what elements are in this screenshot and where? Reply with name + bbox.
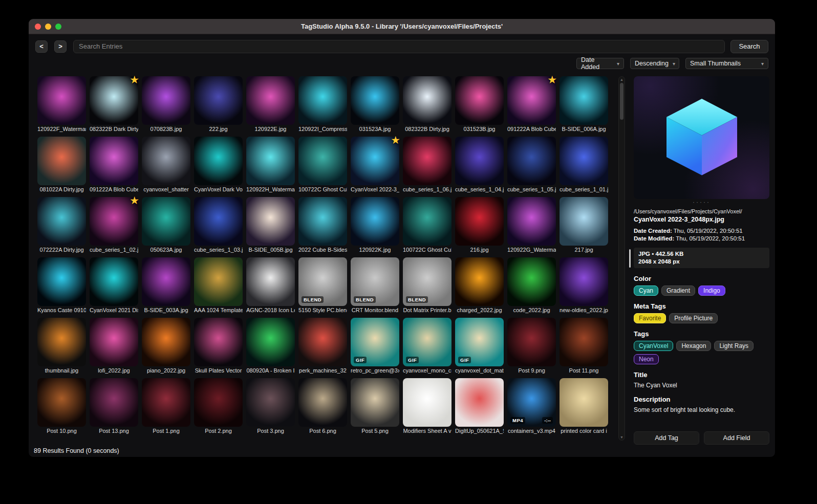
grid-tile[interactable]: Kyanos Caste 0910 [37,257,86,314]
thumbnail-image[interactable] [298,137,347,185]
thumbnail-image[interactable] [455,137,504,185]
grid-tile[interactable]: 217.jpg [560,197,608,254]
grid-tile[interactable]: 050623A.jpg [142,197,190,254]
grid-tile[interactable]: 100722C Ghost Cub [403,197,451,254]
search-input[interactable] [73,40,725,53]
grid-scrollbar[interactable]: ▲ ▼ [618,76,625,441]
thumbnail-image[interactable] [194,76,243,125]
grid-tile[interactable]: 070823B.jpg [142,76,190,133]
grid-tile[interactable]: Post 13.png [90,378,138,435]
grid-tile[interactable]: 216.jpg [455,197,504,254]
grid-tile[interactable]: Post 2.png [194,378,243,435]
grid-tile[interactable]: printed color card i [560,378,608,435]
thumbnail-image[interactable] [351,378,399,427]
thumbnail-image[interactable] [194,318,243,366]
thumbnail-image[interactable] [194,197,243,246]
grid-tile[interactable]: B-SIDE_006A.jpg [560,76,608,133]
thumbnail-image[interactable] [560,76,608,125]
thumbnail-image[interactable] [90,137,138,185]
grid-tile[interactable]: 031523A.jpg [351,76,399,133]
tag-badge[interactable]: Gradient [661,286,695,296]
grid-tile[interactable]: ★082322B Dark Dirty [90,76,138,133]
thumbnail-image[interactable] [455,76,504,125]
grid-tile[interactable]: MP4-:--containers_v3.mp4 [507,378,556,435]
grid-tile[interactable]: 120922I_Compress [298,76,347,133]
grid-tile[interactable]: 2022 Cube B-Sides [298,197,347,254]
grid-tile[interactable]: 120922F_Watermark [37,76,86,133]
thumbnail-image[interactable] [507,137,556,185]
grid-tile[interactable]: B-SIDE_003A.jpg [142,257,190,314]
grid-tile[interactable]: CyanVoxel Dark Vox [194,137,243,193]
thumbnail-image[interactable] [246,257,295,306]
forward-button[interactable]: > [54,40,67,53]
thumbnail-image[interactable] [507,318,556,366]
close-button[interactable] [35,24,41,30]
thumbnail-image[interactable] [90,257,138,306]
thumbnail-image[interactable] [142,378,190,427]
search-button[interactable]: Search [730,40,768,53]
thumbnail-image[interactable] [37,257,86,306]
grid-tile[interactable]: Post 11.png [560,318,608,375]
thumbnail-image[interactable]: ★ [351,137,399,185]
thumbnail-image[interactable]: BLEND [403,257,451,306]
tag-badge[interactable]: Light Rays [714,341,754,351]
grid-tile[interactable]: 091222A Blob Cube [90,137,138,193]
thumbnail-image[interactable]: GIF [351,318,399,366]
titlebar[interactable]: TagStudio Alpha 9.5.0 - Library '/Users/… [29,19,775,34]
grid-tile[interactable]: Post 1.png [142,378,190,435]
thumbnail-image[interactable] [455,257,504,306]
grid-tile[interactable]: ★091222A Blob Cube [507,76,556,133]
grid-tile[interactable]: thumbnail.jpg [37,318,86,375]
grid-tile[interactable]: charged_2022.jpg [455,257,504,314]
thumbnail-image[interactable] [37,197,86,246]
grid-tile[interactable]: 100722C Ghost Cub [298,137,347,193]
thumbnail-image[interactable]: BLEND [298,257,347,306]
thumbnail-image[interactable] [142,257,190,306]
thumbnail-image[interactable] [194,137,243,185]
scroll-up-icon[interactable]: ▲ [619,78,625,81]
grid-tile[interactable]: Post 10.png [37,378,86,435]
grid-tile[interactable]: Modifiers Sheet A v [403,378,451,435]
grid-tile[interactable]: ★cube_series_1_02.j [90,197,138,254]
thumbnail-image[interactable]: GIF [455,318,504,366]
scrollbar-thumb[interactable] [620,83,624,120]
thumbnail-image[interactable] [560,318,608,366]
grid-tile[interactable]: 031523B.jpg [455,76,504,133]
grid-tile[interactable]: cyanvoxel_shatter [142,137,190,193]
grid-tile[interactable]: 222.jpg [194,76,243,133]
thumbnail-image[interactable]: BLEND [351,257,399,306]
thumbnail-image[interactable] [403,378,451,427]
thumbnail-image[interactable] [403,137,451,185]
preview-image[interactable] [634,76,769,199]
grid-tile[interactable]: Skull Plates Vector [194,318,243,375]
add-tag-button[interactable]: Add Tag [634,431,699,445]
tag-badge[interactable]: Cyan [634,286,658,296]
grid-tile[interactable]: Post 6.png [298,378,347,435]
thumbnail-image[interactable] [351,197,399,246]
grid-tile[interactable]: 120922K.jpg [351,197,399,254]
grid-tile[interactable]: new-oldies_2022.jp [560,257,608,314]
grid-tile[interactable]: 120922H_Waterma [246,137,295,193]
grid-tile[interactable]: Post 5.png [351,378,399,435]
tag-badge[interactable]: Profile Picture [669,313,718,323]
grid-tile[interactable]: cube_series_1_03.j [194,197,243,254]
grid-tile[interactable]: 120922E.jpg [246,76,295,133]
thumbnail-image[interactable] [90,318,138,366]
thumbnail-image[interactable] [560,197,608,246]
grid-tile[interactable]: cube_series_1_01.j [560,137,608,193]
thumbnail-image[interactable] [403,76,451,125]
thumbnail-image[interactable] [37,137,86,185]
thumbnail-image[interactable] [37,318,86,366]
thumbnail-image[interactable] [90,378,138,427]
thumbnail-image[interactable]: MP4-:-- [507,378,556,427]
grid-tile[interactable]: perk_machines_32 [298,318,347,375]
grid-tile[interactable]: AAA 1024 Template [194,257,243,314]
thumbnail-image[interactable] [560,137,608,185]
thumbnail-image[interactable] [298,378,347,427]
add-field-button[interactable]: Add Field [704,431,769,445]
grid-tile[interactable]: GIFretro_pc_green@3x [351,318,399,375]
thumbnail-image[interactable] [560,257,608,306]
grid-tile[interactable]: BLENDDot Matrix Printer.b [403,257,451,314]
thumbnail-image[interactable] [351,76,399,125]
sort-field-dropdown[interactable]: Date Added ▾ [576,58,624,69]
